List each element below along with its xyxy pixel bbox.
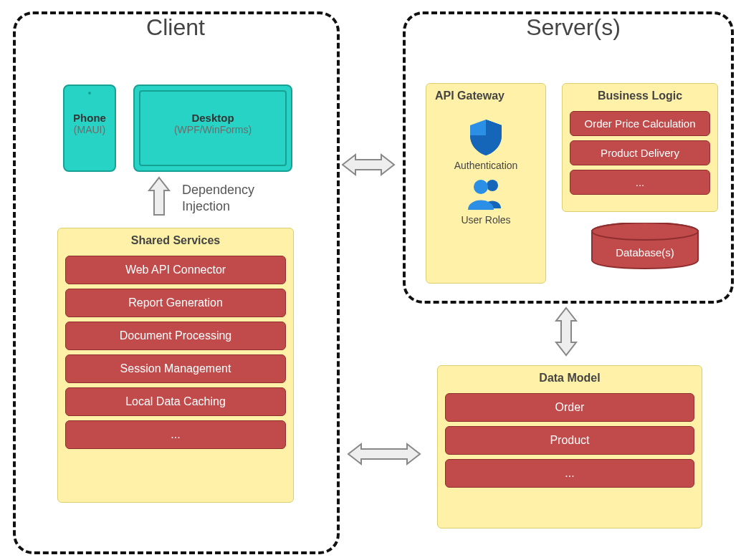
di-label: Dependency Injection [182, 182, 254, 214]
server-title: Server(s) [516, 14, 631, 41]
database-label: Database(s) [589, 246, 701, 259]
business-logic-title: Business Logic [563, 84, 717, 107]
service-item: Session Management [65, 354, 286, 383]
data-item: Product [445, 426, 694, 455]
svg-point-1 [474, 180, 488, 194]
arrow-client-server-icon [340, 150, 397, 179]
desktop-device: Desktop (WPF/WinForms) [133, 85, 292, 172]
service-item: Web API Connector [65, 256, 286, 284]
users-icon [465, 175, 507, 211]
logic-item: ... [570, 170, 710, 195]
api-gateway-title: API Gateway [426, 84, 545, 107]
phone-sub: (MAUI) [64, 124, 115, 135]
auth-label: Authentication [426, 160, 545, 171]
data-model-title: Data Model [438, 366, 702, 389]
roles-label: User Roles [426, 214, 545, 226]
service-item: Report Generation [65, 289, 286, 317]
service-item: Document Processing [65, 322, 286, 350]
shared-services-panel: Shared Services Web API Connector Report… [57, 228, 294, 503]
arrow-di-icon [145, 175, 173, 221]
svg-point-0 [487, 180, 498, 191]
phone-device: Phone (MAUI) [63, 85, 116, 172]
client-title: Client [122, 14, 229, 41]
arrow-client-data-icon [345, 440, 423, 468]
shared-services-title: Shared Services [58, 228, 293, 251]
logic-item: Product Delivery [570, 140, 710, 165]
data-item: ... [445, 459, 694, 488]
api-gateway-panel: API Gateway Authentication User Roles [426, 83, 546, 284]
service-item: Local Data Caching [65, 387, 286, 416]
arrow-server-data-icon [552, 305, 580, 358]
diagram-canvas: Client Phone (MAUI) Desktop (WPF/WinForm… [0, 0, 741, 560]
logic-item: Order Price Calculation [570, 111, 710, 136]
phone-label: Phone [64, 112, 115, 124]
data-item: Order [445, 393, 694, 422]
shield-icon [466, 117, 506, 157]
service-item: ... [65, 420, 286, 449]
data-model-panel: Data Model Order Product ... [437, 365, 702, 528]
business-logic-panel: Business Logic Order Price Calculation P… [562, 83, 718, 212]
